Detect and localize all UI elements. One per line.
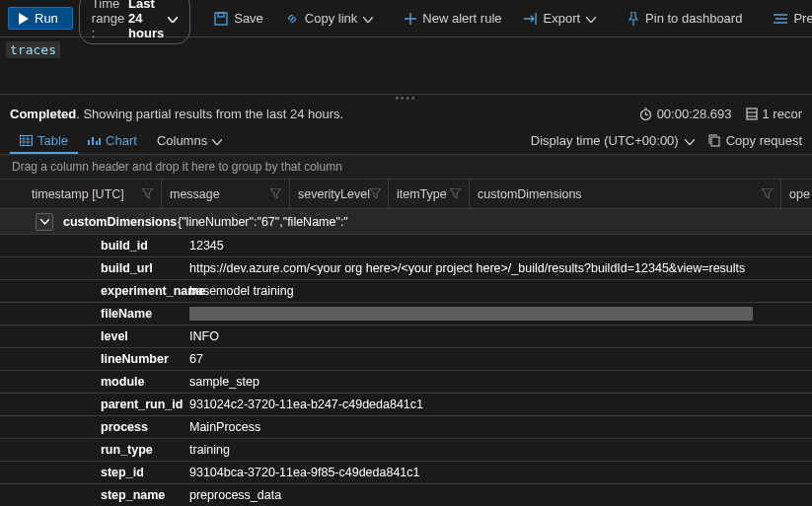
save-button[interactable]: Save [206, 7, 271, 30]
copy-icon [708, 134, 720, 147]
detail-row: step_namepreprocess_data [0, 484, 812, 506]
time-range-label: Time range : [92, 0, 124, 40]
column-customdimensions[interactable]: customDimensions [470, 180, 781, 208]
detail-key: build_id [101, 239, 189, 253]
details-list: build_id12345build_urlhttps://dev.azure.… [0, 235, 812, 506]
run-label: Run [35, 11, 58, 26]
new-alert-button[interactable]: New alert rule [397, 7, 509, 30]
detail-value: training [189, 443, 804, 457]
tab-table[interactable]: Table [10, 127, 78, 154]
plus-icon [405, 13, 416, 25]
detail-key: process [101, 420, 189, 434]
chart-icon [88, 135, 101, 146]
filter-icon[interactable] [270, 188, 281, 199]
svg-rect-1 [218, 13, 224, 17]
column-message[interactable]: message [162, 180, 290, 208]
pin-label: Pin to dashboard [645, 11, 742, 26]
redacted-value [189, 307, 753, 321]
detail-key: step_id [101, 466, 189, 479]
detail-row: lineNumber67 [0, 348, 812, 371]
display-time-picker[interactable]: Display time (UTC+00:00) [531, 129, 695, 152]
column-operation[interactable]: ope [781, 180, 812, 208]
svg-rect-4 [21, 136, 33, 146]
filter-icon[interactable] [142, 188, 153, 199]
detail-row: step_id93104bca-3720-11ea-9f85-c49deda84… [0, 462, 812, 484]
status-bar: Completed. Showing partial results from … [0, 101, 812, 127]
detail-row: experiment_namebasemodel training [0, 280, 812, 303]
export-button[interactable]: Export [516, 7, 605, 30]
status-text: . Showing partial results from the last … [76, 107, 343, 121]
query-editor[interactable]: traces [0, 37, 812, 95]
duration-value: 00:00:28.693 [657, 107, 732, 121]
detail-key: experiment_name [101, 284, 189, 298]
stopwatch-icon [639, 108, 652, 120]
prettify-icon [774, 13, 787, 25]
expanded-row-header: customDimensions {"lineNumber":"67","fil… [0, 209, 812, 235]
query-duration: 00:00:28.693 [639, 107, 732, 121]
detail-value: INFO [189, 329, 804, 343]
detail-value: sample_step [189, 375, 804, 389]
detail-row: fileName [0, 303, 812, 325]
save-icon [214, 12, 228, 26]
tab-chart-label: Chart [106, 133, 137, 148]
detail-row: build_urlhttps://dev.azure.com/<your org… [0, 257, 812, 280]
detail-key: level [101, 329, 189, 343]
filter-icon[interactable] [450, 188, 461, 199]
columns-picker[interactable]: Columns [147, 127, 232, 154]
chevron-down-icon [586, 11, 596, 26]
chevron-down-icon [363, 11, 373, 26]
detail-key: run_type [101, 443, 189, 457]
column-label: message [170, 187, 220, 201]
tab-chart[interactable]: Chart [78, 127, 147, 154]
chevron-down-icon [168, 11, 178, 26]
columns-label: Columns [157, 133, 207, 148]
save-label: Save [234, 11, 263, 26]
run-button[interactable]: Run [8, 7, 73, 30]
filter-icon[interactable] [762, 188, 773, 199]
detail-value: basemodel training [189, 284, 804, 298]
detail-key: build_url [101, 261, 189, 275]
svg-rect-0 [215, 13, 227, 25]
copy-link-label: Copy link [305, 11, 357, 26]
filter-icon[interactable] [370, 188, 381, 199]
column-label: ope [789, 187, 810, 201]
column-timestamp[interactable]: timestamp [UTC] [24, 180, 162, 208]
column-severity[interactable]: severityLevel [290, 180, 389, 208]
detail-row: levelINFO [0, 325, 812, 348]
detail-row: run_typetraining [0, 439, 812, 462]
toolbar: Run Time range : Last 24 hours Save Copy… [0, 0, 812, 37]
detail-row: modulesample_step [0, 371, 812, 394]
detail-value: 931024c2-3720-11ea-b247-c49deda841c1 [189, 398, 804, 411]
tab-table-label: Table [37, 133, 68, 148]
detail-value: preprocess_data [189, 488, 804, 502]
column-itemtype[interactable]: itemType [389, 180, 470, 208]
group-by-hint[interactable]: Drag a column header and drop it here to… [0, 155, 812, 180]
detail-value: MainProcess [189, 420, 804, 434]
table-header-row: timestamp [UTC] message severityLevel it… [0, 180, 812, 209]
status-message: Completed. Showing partial results from … [10, 107, 343, 121]
detail-value: 93104bca-3720-11ea-9f85-c49deda841c1 [189, 466, 804, 479]
svg-rect-3 [747, 108, 757, 119]
time-range-picker[interactable]: Time range : Last 24 hours [79, 0, 190, 44]
collapse-button[interactable] [36, 213, 53, 231]
column-label: severityLevel [298, 187, 370, 201]
copy-link-button[interactable]: Copy link [277, 7, 381, 30]
prettify-button[interactable]: Prettify query [766, 7, 812, 30]
drag-dots-icon: •••• [395, 93, 416, 104]
column-label: itemType [397, 187, 447, 201]
detail-key: lineNumber [101, 352, 189, 366]
detail-row: parent_run_id931024c2-3720-11ea-b247-c49… [0, 394, 812, 416]
play-icon [19, 13, 29, 25]
detail-value: https://dev.azure.com/<your org here>/<y… [189, 261, 804, 275]
copy-request-button[interactable]: Copy request [708, 129, 802, 152]
chevron-down-icon [685, 133, 695, 148]
detail-row: processMainProcess [0, 416, 812, 439]
column-label: timestamp [UTC] [32, 187, 124, 201]
status-completed: Completed [10, 107, 76, 121]
column-label: customDimensions [478, 187, 582, 201]
detail-key: parent_run_id [101, 398, 189, 411]
detail-value: 67 [189, 352, 804, 366]
pin-button[interactable]: Pin to dashboard [620, 7, 750, 30]
records-icon [746, 108, 758, 120]
prettify-label: Prettify query [793, 11, 812, 26]
